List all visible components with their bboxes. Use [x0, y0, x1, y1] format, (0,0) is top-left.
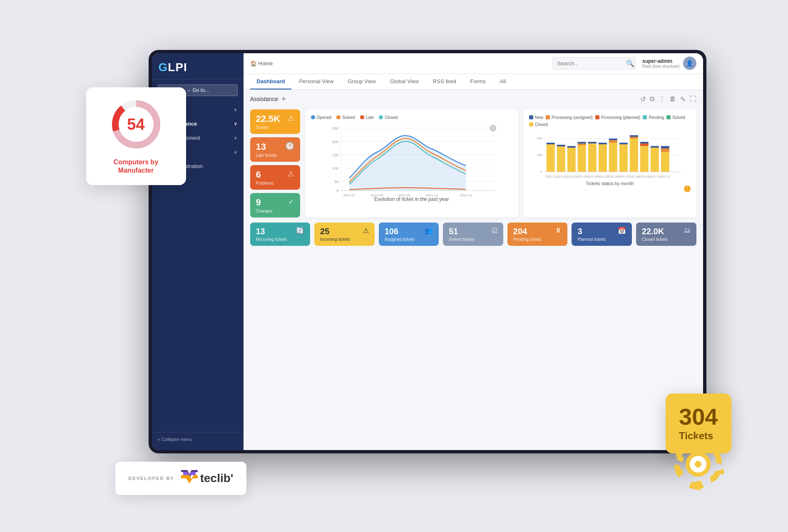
- history-icon[interactable]: ↺: [640, 95, 646, 103]
- developed-by-label: DEVELOPED BY: [129, 476, 174, 481]
- dashboard-title: Assistance: [250, 96, 278, 102]
- teclib-name: teclib': [200, 472, 234, 485]
- svg-rect-52: [661, 152, 669, 172]
- pending-tickets-card[interactable]: ⏸ 204 Pending tickets: [507, 223, 568, 246]
- line-chart: 250 200 150 100 50 0 2021-07 2021-08: [311, 124, 512, 199]
- bar-chart-legend: New Processing (assigned) Processing (pl…: [529, 115, 691, 127]
- svg-rect-44: [630, 139, 638, 172]
- donut-number: 54: [127, 115, 144, 133]
- ticket-cards-row: 🔄 13 Recurring tickets ⚠ 25 Incoming tic…: [250, 223, 696, 246]
- assigned-tickets-card[interactable]: 👥 106 Assigned tickets: [379, 223, 439, 246]
- svg-text:250: 250: [332, 126, 338, 131]
- svg-text:2021-09: 2021-09: [639, 175, 650, 178]
- svg-rect-50: [651, 148, 659, 172]
- tab-forms[interactable]: Forms: [464, 74, 492, 89]
- home-link[interactable]: 🏠 Home: [250, 60, 273, 67]
- legend-opened: Opened: [311, 115, 332, 120]
- svg-text:0: 0: [336, 188, 338, 193]
- search-input[interactable]: [557, 60, 624, 67]
- svg-text:50: 50: [334, 180, 338, 184]
- fullscreen-icon[interactable]: ⛶: [690, 95, 696, 103]
- svg-rect-28: [557, 146, 565, 172]
- chevron-icon: ∨: [234, 150, 237, 154]
- search-icon: 🔍: [626, 59, 634, 67]
- closed-icon: 🗂: [684, 227, 691, 234]
- copy-icon[interactable]: ⧉: [650, 95, 654, 103]
- user-role: Root (tree structure): [642, 64, 679, 69]
- tab-dashboard[interactable]: Dashboard: [250, 74, 292, 89]
- teclib-icon: [181, 470, 198, 487]
- svg-rect-37: [599, 144, 607, 172]
- svg-rect-53: [661, 148, 669, 152]
- planned-icon: 📅: [618, 227, 626, 235]
- user-area: super-admin Root (tree structure) 👤: [642, 57, 696, 70]
- tab-all[interactable]: All: [493, 74, 512, 89]
- toolbar-actions: ↺ ⧉ ⋮ 🗑 ✎ ⛶: [640, 95, 696, 103]
- username: super-admin: [642, 58, 679, 64]
- svg-text:2021-03: 2021-03: [577, 175, 587, 178]
- add-widget-button[interactable]: +: [281, 95, 286, 104]
- svg-marker-75: [181, 475, 198, 483]
- tab-rss[interactable]: RSS feed: [426, 74, 463, 89]
- monitor-screen: GLPI → Go to... 🖥 Assets ∨ 🎧 Assistance …: [152, 53, 703, 450]
- svg-rect-51: [651, 146, 659, 148]
- svg-rect-31: [567, 146, 576, 148]
- svg-text:2021-08: 2021-08: [629, 175, 639, 178]
- svg-text:2021-11: 2021-11: [460, 193, 472, 197]
- incoming-tickets-card[interactable]: ⚠ 25 Incoming tickets: [314, 223, 375, 246]
- incoming-icon: ⚠: [363, 227, 369, 235]
- svg-text:2021-07: 2021-07: [618, 175, 629, 178]
- collapse-menu-button[interactable]: « Collapse menu: [152, 432, 244, 446]
- legend-closed: Closed: [379, 115, 398, 120]
- sidebar-logo: GLPI: [152, 53, 244, 79]
- tab-global-view[interactable]: Global View: [383, 74, 425, 89]
- svg-rect-41: [609, 139, 617, 140]
- svg-text:0: 0: [540, 170, 542, 173]
- svg-rect-36: [588, 142, 597, 144]
- recurring-tickets-card[interactable]: 🔄 13 Recurring tickets: [250, 223, 311, 246]
- svg-rect-34: [578, 142, 586, 144]
- tab-group-view[interactable]: Group View: [341, 74, 383, 89]
- svg-text:200: 200: [537, 136, 542, 140]
- teclib-card: DEVELOPED BY teclib': [115, 462, 247, 495]
- svg-rect-30: [567, 147, 576, 172]
- legend-pending: Pending: [643, 115, 664, 120]
- svg-rect-26: [547, 144, 555, 172]
- svg-text:2021-06: 2021-06: [608, 175, 619, 178]
- svg-rect-47: [640, 146, 649, 172]
- svg-text:2021-04: 2021-04: [587, 175, 598, 178]
- chart-legend: Opened Solved Late: [311, 115, 512, 120]
- legend-solved: Solved: [336, 115, 355, 120]
- delete-icon[interactable]: 🗑: [669, 95, 676, 103]
- avatar[interactable]: 👤: [683, 57, 696, 70]
- legend-late: Late: [360, 115, 374, 120]
- chevron-icon: ∨: [234, 136, 237, 140]
- share-icon[interactable]: ⋮: [659, 95, 665, 103]
- svg-text:2021-07: 2021-07: [343, 193, 355, 197]
- bar-chart-info-icon: !: [684, 186, 691, 192]
- stat-late-tickets[interactable]: 🕐 13 Late tickets: [250, 137, 300, 162]
- svg-rect-39: [609, 142, 617, 172]
- top-nav: 🏠 Home 🔍 super-admin Root (tree structur…: [244, 53, 703, 74]
- solved-tickets-card[interactable]: ☑ 51 Solved tickets: [443, 223, 503, 246]
- search-bar[interactable]: 🔍: [552, 57, 636, 69]
- svg-text:100: 100: [332, 166, 338, 171]
- svg-rect-45: [630, 137, 638, 139]
- closed-tickets-card[interactable]: 🗂 22.0K Closed tickets: [636, 223, 696, 246]
- svg-text:2021-11: 2021-11: [660, 175, 671, 178]
- svg-text:100: 100: [537, 153, 542, 157]
- monitor-frame: GLPI → Go to... 🖥 Assets ∨ 🎧 Assistance …: [149, 50, 706, 453]
- stat-problems[interactable]: ⚠ 6 Problems: [250, 165, 300, 190]
- svg-text:2021-02: 2021-02: [566, 175, 577, 178]
- tab-personal-view[interactable]: Personal View: [292, 74, 340, 89]
- main-content: 🏠 Home 🔍 super-admin Root (tree structur…: [244, 53, 703, 450]
- stat-changes[interactable]: ✓ 9 Changes: [250, 193, 300, 218]
- legend-new: New: [529, 115, 543, 120]
- bar-chart: 200 100 0: [529, 131, 691, 206]
- legend-processing-assigned: Processing (assigned): [546, 115, 593, 120]
- svg-text:200: 200: [332, 140, 338, 144]
- stat-tickets[interactable]: ⚠ 22.5K Tickets: [250, 109, 300, 134]
- edit-icon[interactable]: ✎: [680, 95, 686, 103]
- planned-tickets-card[interactable]: 📅 3 Planned tickets: [572, 223, 632, 246]
- svg-rect-32: [578, 144, 586, 172]
